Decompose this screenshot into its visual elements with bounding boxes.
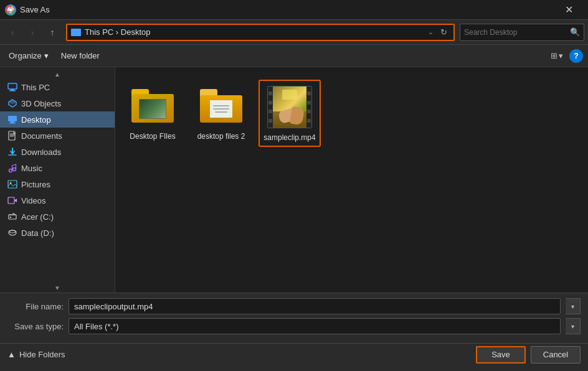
filetype-input[interactable] — [69, 318, 561, 334]
scroll-up-arrow[interactable]: ▲ — [0, 70, 115, 79]
sidebar-label-desktop: Desktop — [21, 115, 51, 124]
film-hole — [307, 101, 311, 105]
file-label-desktop-files: Desktop FIles — [130, 132, 175, 141]
film-hole — [307, 119, 311, 123]
folder-img-icon — [131, 89, 174, 123]
view-icon: ⊞ — [551, 51, 557, 60]
address-bar[interactable]: This PC › Desktop ⌄ ↻ — [66, 24, 455, 41]
film-hole — [268, 101, 272, 105]
filetype-label: Save as type: — [7, 322, 64, 331]
video-content — [273, 87, 306, 128]
sidebar-item-this-pc[interactable]: This PC — [0, 79, 115, 95]
film-hole — [268, 92, 272, 95]
hide-folders-button[interactable]: ▲ Hide Folders — [7, 350, 65, 359]
svg-rect-5 — [11, 89, 14, 90]
3d-objects-icon — [7, 98, 17, 108]
filename-input[interactable] — [69, 298, 561, 314]
sidebar-label-data-d: Data (D:) — [21, 228, 54, 238]
nav-toolbar: ‹ › ↑ This PC › Desktop ⌄ ↻ 🔍 — [0, 20, 588, 45]
file-item-sampleclip[interactable]: sampleclip.mp4 — [258, 80, 321, 147]
help-button[interactable]: ? — [569, 49, 583, 63]
svg-rect-17 — [8, 197, 14, 204]
close-button[interactable]: ✕ — [554, 0, 583, 20]
desktop-icon — [7, 115, 17, 124]
filename-dropdown-btn[interactable]: ▾ — [566, 298, 581, 314]
up-button[interactable]: ↑ — [44, 24, 61, 41]
view-button[interactable]: ⊞ ▾ — [547, 49, 567, 63]
svg-marker-18 — [14, 199, 17, 202]
svg-rect-20 — [10, 217, 11, 218]
folder-doc-preview — [210, 100, 232, 118]
folder-icon-2 — [200, 89, 242, 123]
address-path: This PC › Desktop — [85, 27, 422, 37]
svg-rect-19 — [9, 215, 16, 219]
sidebar-label-documents: Documents — [21, 131, 62, 141]
address-chevron-icon[interactable]: ⌄ — [428, 28, 434, 36]
search-icon[interactable]: 🔍 — [570, 27, 580, 37]
new-folder-button[interactable]: New folder — [57, 49, 103, 63]
doc-line — [215, 111, 227, 113]
sidebar: ▲ This PC 3D Objects Desktop Documents — [0, 67, 115, 293]
sidebar-label-3d-objects: 3D Objects — [21, 99, 61, 108]
film-hole — [268, 110, 272, 113]
sidebar-item-documents[interactable]: Documents — [0, 128, 115, 144]
film-strip-left — [268, 87, 273, 128]
scroll-down-arrow[interactable]: ▼ — [0, 283, 115, 293]
title-bar: Save As ✕ — [0, 0, 588, 20]
filename-label: File name: — [7, 302, 64, 311]
sidebar-item-downloads[interactable]: Downloads — [0, 144, 115, 160]
videos-icon — [7, 195, 17, 205]
sidebar-item-data-d[interactable]: Data (D:) — [0, 225, 115, 241]
sidebar-item-desktop[interactable]: Desktop — [0, 111, 115, 128]
sidebar-item-pictures[interactable]: Pictures — [0, 176, 115, 192]
documents-icon — [7, 131, 17, 141]
bottom-panel: File name: ▾ Save as type: ▾ — [0, 293, 588, 343]
app-icon — [5, 4, 16, 16]
status-bar: ▲ Hide Folders Save Cancel — [0, 343, 588, 365]
file-label-sampleclip: sampleclip.mp4 — [263, 133, 315, 142]
search-box[interactable]: 🔍 — [460, 24, 584, 41]
doc-line — [213, 108, 229, 110]
toolbar2-right: ⊞ ▾ ? — [547, 49, 583, 63]
drive-d-icon — [7, 228, 17, 238]
film-hole — [268, 119, 272, 123]
sidebar-item-music[interactable]: Music — [0, 160, 115, 176]
svg-point-22 — [9, 230, 16, 233]
folder-icon-wrapper-2 — [199, 83, 244, 128]
film-strip-right — [306, 87, 311, 128]
sidebar-item-videos[interactable]: Videos — [0, 192, 115, 209]
drive-c-icon — [7, 212, 17, 222]
pictures-icon — [7, 179, 17, 189]
search-input[interactable] — [464, 28, 567, 37]
svg-point-3 — [9, 8, 12, 11]
film-hole — [307, 110, 311, 113]
file-item-desktop-files-2[interactable]: desktop files 2 — [190, 80, 252, 147]
svg-point-13 — [9, 169, 12, 172]
address-drive-icon — [71, 29, 81, 36]
refresh-button[interactable]: ↻ — [437, 26, 450, 39]
video-object — [282, 90, 297, 100]
organize-arrow-icon: ▾ — [44, 51, 49, 60]
downloads-icon — [7, 147, 17, 157]
file-area: Desktop FIles desktop files 2 — [115, 67, 588, 293]
sidebar-item-3d-objects[interactable]: 3D Objects — [0, 95, 115, 111]
filetype-dropdown-btn[interactable]: ▾ — [566, 318, 581, 334]
sidebar-item-acer-c[interactable]: Acer (C:) — [0, 209, 115, 225]
svg-rect-10 — [11, 121, 14, 123]
back-button[interactable]: ‹ — [4, 24, 21, 41]
cancel-button[interactable]: Cancel — [531, 346, 581, 364]
forward-button[interactable]: › — [24, 24, 41, 41]
folder-img-icon-wrapper — [130, 83, 175, 128]
save-button[interactable]: Save — [476, 346, 526, 364]
file-item-desktop-files[interactable]: Desktop FIles — [121, 80, 184, 147]
video-thumbnail — [267, 86, 312, 128]
filename-row: File name: ▾ — [7, 298, 581, 314]
organize-button[interactable]: Organize ▾ — [5, 49, 52, 63]
file-label-desktop-files-2: desktop files 2 — [197, 132, 245, 141]
filetype-row: Save as type: ▾ — [7, 318, 581, 334]
sidebar-label-downloads: Downloads — [21, 148, 61, 157]
film-hole — [307, 92, 311, 95]
video-icon-wrapper — [267, 85, 312, 129]
svg-rect-9 — [8, 116, 17, 121]
sidebar-label-acer-c: Acer (C:) — [21, 212, 54, 222]
